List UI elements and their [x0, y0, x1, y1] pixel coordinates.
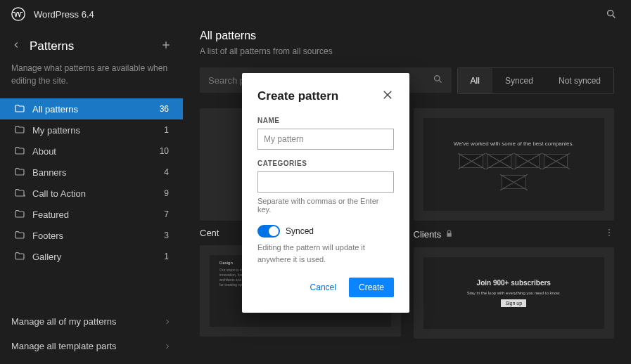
sidebar: Patterns Manage what patterns are availa…	[0, 28, 183, 364]
svg-line-6	[439, 80, 441, 82]
tab-synced[interactable]: Synced	[492, 68, 546, 93]
svg-point-7	[608, 229, 610, 230]
more-actions-button[interactable]	[604, 228, 614, 240]
close-button[interactable]	[381, 89, 394, 104]
synced-label: Synced	[286, 226, 314, 236]
sidebar-item-banners[interactable]: Banners 4	[0, 162, 183, 183]
pattern-title: Cent	[200, 228, 219, 238]
pattern-categories-input[interactable]	[257, 171, 394, 193]
add-pattern-button[interactable]	[160, 39, 172, 53]
sidebar-item-label: Featured	[32, 209, 157, 220]
sidebar-item-label: About	[32, 146, 153, 157]
name-label: NAME	[257, 117, 394, 124]
placeholder-box	[459, 154, 483, 168]
cancel-button[interactable]: Cancel	[303, 278, 343, 297]
wordpress-logo	[11, 7, 25, 21]
placeholder-box	[502, 175, 525, 189]
back-button[interactable]	[11, 40, 21, 53]
app-title: WordPress 6.4	[34, 9, 594, 20]
svg-point-1	[608, 11, 613, 16]
sidebar-item-featured[interactable]: Featured 7	[0, 204, 183, 225]
chevron-right-icon	[163, 342, 172, 351]
preview-text: We've worked with some of the best compa…	[454, 141, 574, 147]
pattern-title: Clients	[414, 229, 442, 240]
sidebar-item-label: Gallery	[32, 252, 157, 262]
folder-icon	[14, 124, 25, 136]
preview-signup-button: Sign up	[501, 299, 526, 307]
tab-not-synced[interactable]: Not synced	[546, 68, 613, 93]
placeholder-box	[487, 154, 511, 168]
sidebar-item-label: Banners	[32, 167, 157, 178]
sidebar-item-label: Footers	[32, 230, 157, 241]
sidebar-description: Manage what patterns are available when …	[0, 62, 183, 98]
sidebar-item-label: My patterns	[32, 125, 157, 136]
sidebar-item-count: 9	[164, 188, 169, 198]
folder-icon	[14, 230, 25, 241]
folder-icon	[14, 167, 25, 178]
placeholder-box	[516, 154, 540, 168]
search-icon[interactable]	[603, 6, 620, 22]
svg-line-2	[613, 15, 615, 18]
pattern-name-input[interactable]	[257, 129, 394, 150]
sidebar-item-count: 3	[164, 230, 169, 240]
lock-icon	[445, 228, 453, 240]
placeholder-box	[544, 154, 568, 168]
preview-heading: Join 900+ subscribers	[477, 279, 551, 287]
sidebar-item-footers[interactable]: Footers 3	[0, 225, 183, 246]
folder-icon	[14, 209, 25, 220]
create-button[interactable]: Create	[349, 278, 394, 297]
sidebar-item-my[interactable]: My patterns 1	[0, 119, 183, 141]
svg-point-9	[608, 235, 610, 236]
svg-point-5	[434, 75, 440, 81]
search-icon	[433, 74, 443, 87]
sidebar-title: Patterns	[30, 39, 152, 53]
filter-tabs: All Synced Not synced	[457, 67, 614, 94]
sidebar-item-count: 7	[164, 209, 169, 219]
manage-template-parts[interactable]: Manage all template parts	[0, 334, 183, 358]
categories-help: Separate with commas or the Enter key.	[257, 197, 394, 214]
folder-icon	[14, 103, 25, 115]
sidebar-item-count: 1	[164, 252, 169, 261]
page-subtitle: A list of all patterns from all sources	[200, 42, 614, 67]
synced-toggle[interactable]	[257, 225, 280, 238]
sidebar-item-count: 36	[160, 104, 169, 114]
sidebar-item-about[interactable]: About 10	[0, 141, 183, 162]
pattern-preview[interactable]: We've worked with some of the best compa…	[414, 108, 615, 221]
folder-icon	[14, 251, 25, 262]
dialog-title: Create pattern	[257, 89, 338, 103]
chevron-right-icon	[163, 318, 172, 326]
sidebar-item-label: Call to Action	[32, 188, 157, 199]
sidebar-item-count: 4	[164, 167, 169, 177]
sidebar-list: All patterns 36 My patterns 1 About 10 B…	[0, 98, 183, 309]
svg-point-8	[608, 232, 610, 233]
folder-icon	[14, 188, 25, 199]
create-pattern-dialog: Create pattern NAME CATEGORIES Separate …	[242, 73, 409, 313]
sidebar-item-count: 10	[160, 146, 169, 156]
sidebar-item-label: All patterns	[32, 104, 153, 115]
sidebar-item-cta[interactable]: Call to Action 9	[0, 183, 183, 204]
manage-my-patterns[interactable]: Manage all of my patterns	[0, 309, 183, 334]
synced-help: Editing the pattern will update it anywh…	[257, 242, 394, 265]
folder-icon	[14, 145, 25, 157]
sidebar-item-gallery[interactable]: Gallery 1	[0, 246, 183, 267]
sidebar-item-all[interactable]: All patterns 36	[0, 98, 183, 119]
topbar: WordPress 6.4	[0, 0, 631, 28]
categories-label: CATEGORIES	[257, 160, 394, 167]
svg-point-0	[12, 8, 25, 20]
sidebar-item-count: 1	[164, 125, 169, 135]
pattern-preview[interactable]: Join 900+ subscribers Stay in the loop w…	[414, 247, 615, 339]
tab-all[interactable]: All	[458, 68, 492, 93]
preview-sub: Stay in the loop with everything you nee…	[467, 291, 561, 295]
page-title: All patterns	[200, 28, 614, 42]
